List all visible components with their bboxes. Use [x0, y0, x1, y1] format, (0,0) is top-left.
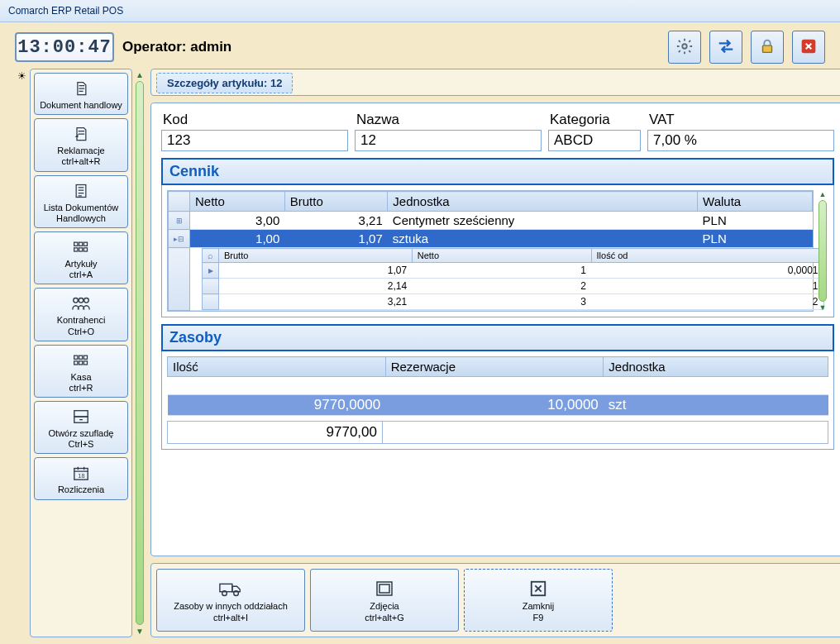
cennik-subtable[interactable]: ⌕ Brutto Netto Ilość od ▸: [202, 248, 824, 310]
sidebar-label: Otwórz szufladę Ctrl+S: [49, 428, 114, 449]
col-netto[interactable]: Netto: [190, 192, 285, 212]
col-brutto[interactable]: Brutto: [284, 192, 388, 212]
bottom-toolbar: Zasoby w innych oddziałach ctrl+alt+I Zd…: [150, 563, 840, 637]
kategoria-input[interactable]: [548, 130, 641, 151]
subtable-row: ⌕ Brutto Netto Ilość od ▸: [169, 248, 813, 311]
vat-input[interactable]: [647, 130, 834, 151]
svg-rect-7: [74, 248, 78, 251]
lock-button[interactable]: [751, 31, 784, 64]
document-back-icon: [36, 124, 126, 144]
kategoria-label: Kategoria: [548, 112, 641, 128]
sidebar-item-szuflada[interactable]: Otwórz szufladę Ctrl+S: [34, 401, 128, 454]
field-row: Kod Nazwa Kategoria VAT: [161, 112, 834, 151]
settings-button[interactable]: [668, 31, 701, 64]
bottom-btn-shortcut: ctrl+alt+G: [365, 613, 404, 623]
vat-label: VAT: [647, 112, 834, 128]
details-panel: Kod Nazwa Kategoria VAT: [150, 103, 840, 556]
svg-rect-1: [763, 45, 772, 52]
image-icon: [375, 578, 394, 599]
col-jednostka[interactable]: Jednostka: [604, 357, 828, 377]
svg-point-11: [79, 298, 84, 303]
svg-rect-9: [84, 248, 87, 251]
operator-label: Operator: admin: [122, 39, 231, 55]
svg-rect-18: [84, 361, 87, 365]
scroll-up-icon: ▲: [136, 70, 144, 79]
zasoby-total-row: 9770,00: [167, 421, 828, 444]
calendar-icon: 18: [36, 463, 126, 483]
drawer-icon: [36, 407, 126, 427]
bottom-btn-label: Zdjęcia: [370, 601, 399, 611]
tab-bar: Szczegóły artykułu: 12: [150, 69, 840, 96]
scroll-up-icon: ▲: [819, 190, 827, 198]
grid-icon: [36, 237, 126, 257]
zasoby-total: 9770,00: [168, 422, 383, 443]
sidebar-label: Rozliczenia: [58, 484, 104, 494]
col-jednostka[interactable]: Jednostka: [388, 192, 698, 212]
window-title: Comarch ERP Retail POS: [0, 0, 840, 22]
svg-rect-14: [79, 355, 83, 359]
bottom-btn-zasoby-oddzialy[interactable]: Zasoby w innych oddziałach ctrl+alt+I: [156, 569, 305, 632]
svg-rect-13: [74, 355, 78, 359]
table-row-selected[interactable]: ▸⊟ 1,00 1,07 sztuka PLN: [169, 230, 813, 248]
top-bar: 13:00:47 Operator: admin: [15, 31, 825, 64]
scroll-down-icon: ▼: [136, 627, 144, 636]
sidebar-item-artykuly[interactable]: Artykuły ctrl+A: [34, 231, 128, 284]
sidebar-label: Artykuły ctrl+A: [64, 259, 97, 279]
kod-input[interactable]: [161, 130, 348, 151]
sidebar-label: Dokument handlowy: [40, 100, 122, 110]
bottom-btn-zdjecia[interactable]: Zdjęcia ctrl+alt+G: [310, 569, 459, 632]
sidebar-label: Lista Dokumentów Handlowych: [44, 203, 119, 223]
bottom-btn-shortcut: ctrl+alt+I: [213, 613, 248, 623]
table-row-selected[interactable]: 9770,0000 10,0000 szt: [168, 395, 828, 416]
sync-button[interactable]: [709, 31, 742, 64]
sidebar-area: ☀ Dokument handlowy Reklamacje ctrl+alt+…: [15, 69, 146, 637]
clock-display: 13:00:47: [15, 32, 114, 62]
svg-point-12: [84, 298, 89, 303]
sidebar-item-kasa[interactable]: Kasa ctrl+R: [34, 345, 128, 398]
svg-rect-19: [74, 411, 88, 417]
table-row[interactable]: 3,21 3 2: [203, 294, 824, 310]
sidebar-item-document[interactable]: Dokument handlowy: [34, 73, 128, 115]
sidebar-item-reklamacje[interactable]: Reklamacje ctrl+alt+R: [34, 118, 128, 171]
cennik-section: Cennik Netto Brutto Jednos: [161, 158, 834, 317]
kod-label: Kod: [161, 112, 348, 128]
close-button[interactable]: [792, 31, 825, 64]
svg-point-10: [74, 298, 79, 303]
bottom-btn-label: Zamknij: [523, 601, 555, 611]
table-row[interactable]: ▸ 1,07 1 0,0001: [203, 263, 824, 279]
sidebar-label: Reklamacje ctrl+alt+R: [57, 145, 104, 166]
people-icon: [36, 293, 126, 313]
nazwa-input[interactable]: [355, 130, 542, 151]
zasoby-table[interactable]: Ilość Rezerwacje Jednostka 9770,0000 10,…: [167, 356, 828, 416]
svg-rect-5: [79, 242, 83, 246]
tab-article-details[interactable]: Szczegóły artykułu: 12: [156, 73, 293, 93]
cennik-scrollbar[interactable]: ▲ ▼: [817, 190, 828, 312]
table-row[interactable]: ⊞ 3,00 3,21 Centymetr sześcienny PLN: [169, 212, 813, 230]
cennik-title: Cennik: [161, 158, 834, 185]
close-square-icon: [529, 578, 547, 599]
cennik-table[interactable]: Netto Brutto Jednostka Waluta ⊞ 3,00: [168, 191, 813, 311]
sidebar-item-kontrahenci[interactable]: Kontrahenci Ctrl+O: [34, 288, 128, 341]
sidebar-label: Kasa ctrl+R: [69, 372, 93, 393]
sidebar-scrollbar[interactable]: ▲ ▼: [134, 69, 146, 637]
col-ilosc[interactable]: Ilość: [168, 357, 386, 377]
col-rezerwacje[interactable]: Rezerwacje: [385, 357, 604, 377]
zasoby-title: Zasoby: [161, 324, 834, 351]
gear-icon: [675, 37, 694, 58]
sun-icon: ☀: [17, 70, 26, 82]
bottom-btn-label: Zasoby w innych oddziałach: [174, 601, 288, 611]
col-waluta[interactable]: Waluta: [698, 192, 813, 212]
app-window: Comarch ERP Retail POS 13:00:47 Operator…: [0, 0, 840, 644]
sidebar-item-lista-dokumentow[interactable]: Lista Dokumentów Handlowych: [34, 175, 128, 228]
main-content: Szczegóły artykułu: 12 Kod Nazwa: [150, 69, 840, 637]
scroll-down-icon: ▼: [819, 303, 827, 312]
bottom-btn-zamknij[interactable]: Zamknij F9: [464, 569, 613, 632]
table-row[interactable]: 2,14 2 1: [203, 279, 824, 294]
svg-rect-15: [84, 355, 87, 359]
sidebar-item-rozliczenia[interactable]: 18 Rozliczenia: [34, 457, 128, 499]
document-icon: [36, 79, 126, 98]
svg-text:18: 18: [78, 473, 84, 480]
sidebar-label: Kontrahenci Ctrl+O: [57, 315, 106, 336]
lock-icon: [758, 37, 776, 58]
svg-rect-4: [74, 242, 78, 246]
